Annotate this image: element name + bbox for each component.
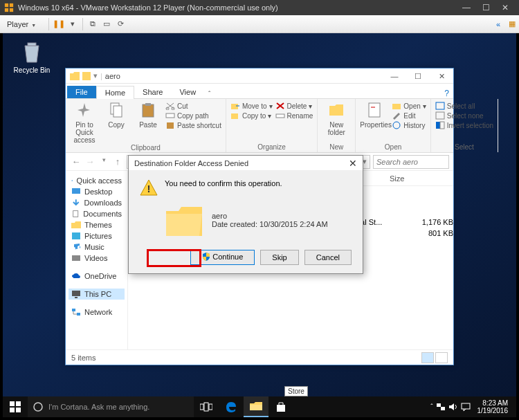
vm-cycle-button[interactable]: ⟳ <box>113 17 127 31</box>
nav-pictures[interactable]: Pictures <box>69 230 125 241</box>
svg-rect-38 <box>200 404 203 410</box>
nav-this-pc[interactable]: This PC <box>69 289 125 300</box>
search-input[interactable] <box>373 155 449 169</box>
star-icon <box>71 176 73 185</box>
edit-icon <box>392 111 401 120</box>
vm-prev-button[interactable]: « <box>491 17 505 31</box>
paste-button[interactable]: Paste <box>134 102 163 144</box>
warning-icon: ! <box>140 179 158 196</box>
nav-network[interactable]: Network <box>69 307 125 318</box>
explorer-maximize[interactable]: ☐ <box>406 69 430 83</box>
tab-view[interactable]: View <box>171 86 204 98</box>
nav-forward[interactable]: → <box>84 156 96 167</box>
vmware-maximize[interactable]: ☐ <box>476 3 495 12</box>
explorer-minimize[interactable]: — <box>383 69 406 83</box>
tab-share[interactable]: Share <box>134 86 171 98</box>
pin-icon <box>76 102 93 118</box>
view-icons-button[interactable] <box>435 352 448 363</box>
tab-home[interactable]: Home <box>96 86 134 99</box>
vm-unity-button[interactable]: ⧉ <box>86 17 100 31</box>
nav-onedrive[interactable]: OneDrive <box>69 271 125 282</box>
properties-button[interactable]: Properties <box>360 102 389 129</box>
action-center-tray-icon[interactable] <box>461 402 471 412</box>
dialog-titlebar[interactable]: Destination Folder Access Denied ✕ <box>129 156 363 171</box>
move-icon <box>230 102 240 110</box>
explorer-titlebar[interactable]: ▾ | aero — ☐ ✕ <box>66 69 453 84</box>
copy-button[interactable]: Copy <box>102 102 131 144</box>
nav-desktop[interactable]: Desktop <box>69 186 125 197</box>
svg-rect-26 <box>72 232 80 239</box>
open-button[interactable]: Open ▾ <box>392 102 426 110</box>
network-tray-icon[interactable] <box>436 402 446 412</box>
store-button[interactable] <box>268 396 293 417</box>
nav-quick-access[interactable]: Quick access <box>69 175 125 186</box>
nav-documents[interactable]: Documents <box>69 208 125 219</box>
downloads-icon <box>71 199 81 207</box>
edge-icon <box>225 401 237 413</box>
svg-rect-28 <box>72 291 80 296</box>
pin-button[interactable]: Pin to Quick access <box>70 102 99 144</box>
skip-button[interactable]: Skip <box>260 250 298 265</box>
task-view-icon <box>200 402 212 412</box>
select-all-button[interactable]: Select all <box>435 102 493 110</box>
vmware-close[interactable]: ✕ <box>495 3 515 12</box>
new-folder-button[interactable]: New folder <box>322 102 351 136</box>
nav-up[interactable]: ↑ <box>111 156 124 167</box>
select-none-icon <box>435 111 445 120</box>
dialog-close[interactable]: ✕ <box>349 158 357 169</box>
move-to-button[interactable]: Move to ▾ <box>230 102 273 110</box>
ribbon-collapse[interactable]: ˆ <box>204 91 215 98</box>
svg-text:!: ! <box>147 183 151 194</box>
vm-fullscreen-button[interactable]: ▭ <box>100 17 113 31</box>
vm-pause-button[interactable]: ❚❚ <box>52 17 66 31</box>
nav-recent[interactable]: ▾ <box>98 156 110 167</box>
cut-button[interactable]: Cut <box>165 102 221 110</box>
cortana-search[interactable]: I'm Cortana. Ask me anything. <box>28 396 194 417</box>
svg-rect-27 <box>72 255 80 261</box>
nav-music[interactable]: Music <box>69 241 125 253</box>
tray-chevron[interactable]: ˆ <box>430 403 432 411</box>
paste-shortcut-button[interactable]: Paste shortcut <box>165 121 221 129</box>
svg-rect-25 <box>73 211 78 217</box>
videos-icon <box>71 254 81 262</box>
cancel-button[interactable]: Cancel <box>304 250 352 265</box>
nav-back[interactable]: ← <box>70 156 82 167</box>
svg-rect-30 <box>72 309 75 311</box>
view-details-button[interactable] <box>421 352 434 363</box>
recycle-bin-icon <box>21 40 43 64</box>
volume-tray-icon[interactable] <box>448 402 458 412</box>
paste-icon <box>140 102 156 118</box>
task-view-button[interactable] <box>194 396 219 417</box>
recycle-bin[interactable]: Recycle Bin <box>11 40 53 74</box>
cut-icon <box>165 102 175 110</box>
edge-button[interactable] <box>219 396 244 417</box>
continue-highlight-box <box>147 249 201 267</box>
invert-selection-button[interactable]: Invert selection <box>435 121 493 129</box>
tab-file[interactable]: File <box>67 86 96 98</box>
documents-icon <box>71 210 80 218</box>
edit-button[interactable]: Edit <box>392 111 426 120</box>
select-none-button[interactable]: Select none <box>435 111 493 120</box>
nav-downloads[interactable]: Downloads <box>69 197 125 208</box>
vmware-title: Windows 10 x64 - VMware Workstation 12 P… <box>18 3 457 12</box>
explorer-close[interactable]: ✕ <box>430 69 453 83</box>
copy-path-button[interactable]: Copy path <box>165 111 221 120</box>
history-button[interactable]: History <box>392 121 426 129</box>
start-button[interactable] <box>3 396 28 417</box>
desktop[interactable]: Recycle Bin ▾ | aero — ☐ ✕ File Home Sha… <box>3 33 516 417</box>
svg-rect-3 <box>10 8 13 12</box>
vmware-minimize[interactable]: — <box>457 3 476 12</box>
copy-to-button[interactable]: Copy to ▾ <box>230 111 273 120</box>
column-size[interactable]: Size <box>384 174 410 183</box>
delete-button[interactable]: Delete ▾ <box>275 102 313 110</box>
taskbar-clock[interactable]: 8:23 AM 1/19/2016 <box>473 399 513 414</box>
nav-videos[interactable]: Videos <box>69 253 125 264</box>
player-menu[interactable]: Player <box>0 20 46 28</box>
explorer-button[interactable] <box>244 396 268 417</box>
vm-settings-button[interactable]: ▦ <box>505 17 519 31</box>
vm-power-button[interactable]: ▾ <box>66 17 80 31</box>
nav-themes[interactable]: Themes <box>69 219 125 230</box>
rename-button[interactable]: Rename <box>275 111 313 120</box>
ribbon-help[interactable]: ? <box>440 89 453 98</box>
svg-rect-4 <box>28 43 36 46</box>
